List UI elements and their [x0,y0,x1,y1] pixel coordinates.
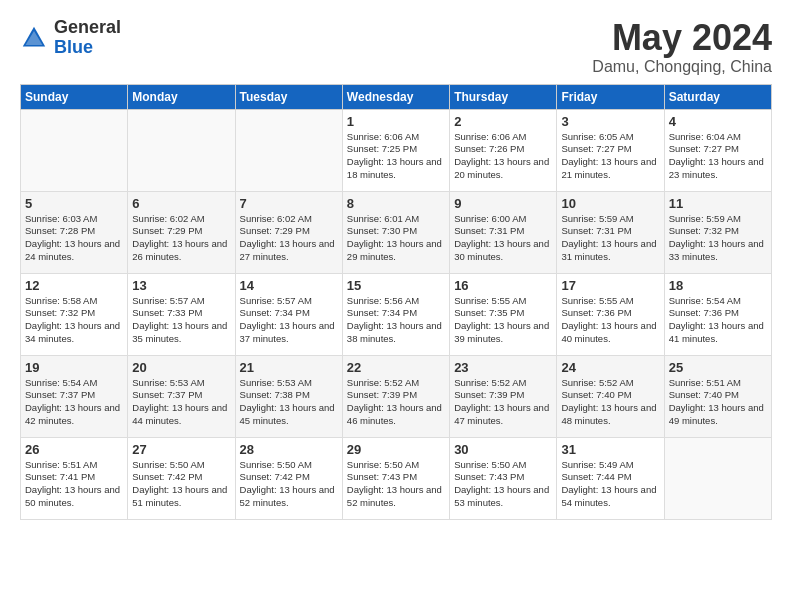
calendar-cell: 30Sunrise: 5:50 AM Sunset: 7:43 PM Dayli… [450,437,557,519]
day-number: 25 [669,360,767,375]
col-tuesday: Tuesday [235,84,342,109]
day-number: 14 [240,278,338,293]
day-number: 13 [132,278,230,293]
col-monday: Monday [128,84,235,109]
calendar-cell: 4Sunrise: 6:04 AM Sunset: 7:27 PM Daylig… [664,109,771,191]
cell-content: Sunrise: 5:56 AM Sunset: 7:34 PM Dayligh… [347,295,445,346]
cell-content: Sunrise: 6:04 AM Sunset: 7:27 PM Dayligh… [669,131,767,182]
day-number: 29 [347,442,445,457]
calendar-cell: 8Sunrise: 6:01 AM Sunset: 7:30 PM Daylig… [342,191,449,273]
calendar-cell: 19Sunrise: 5:54 AM Sunset: 7:37 PM Dayli… [21,355,128,437]
logo-icon [20,24,48,52]
calendar-cell: 3Sunrise: 6:05 AM Sunset: 7:27 PM Daylig… [557,109,664,191]
col-thursday: Thursday [450,84,557,109]
cell-content: Sunrise: 5:50 AM Sunset: 7:43 PM Dayligh… [454,459,552,510]
calendar-week-5: 26Sunrise: 5:51 AM Sunset: 7:41 PM Dayli… [21,437,772,519]
calendar-cell: 12Sunrise: 5:58 AM Sunset: 7:32 PM Dayli… [21,273,128,355]
calendar-body: 1Sunrise: 6:06 AM Sunset: 7:25 PM Daylig… [21,109,772,519]
day-number: 30 [454,442,552,457]
calendar-cell: 11Sunrise: 5:59 AM Sunset: 7:32 PM Dayli… [664,191,771,273]
calendar-cell: 21Sunrise: 5:53 AM Sunset: 7:38 PM Dayli… [235,355,342,437]
day-number: 9 [454,196,552,211]
cell-content: Sunrise: 5:53 AM Sunset: 7:38 PM Dayligh… [240,377,338,428]
cell-content: Sunrise: 5:50 AM Sunset: 7:42 PM Dayligh… [132,459,230,510]
day-number: 15 [347,278,445,293]
calendar-cell: 5Sunrise: 6:03 AM Sunset: 7:28 PM Daylig… [21,191,128,273]
day-number: 2 [454,114,552,129]
day-number: 16 [454,278,552,293]
cell-content: Sunrise: 5:59 AM Sunset: 7:32 PM Dayligh… [669,213,767,264]
calendar-table: Sunday Monday Tuesday Wednesday Thursday… [20,84,772,520]
day-number: 12 [25,278,123,293]
cell-content: Sunrise: 5:58 AM Sunset: 7:32 PM Dayligh… [25,295,123,346]
calendar-week-2: 5Sunrise: 6:03 AM Sunset: 7:28 PM Daylig… [21,191,772,273]
cell-content: Sunrise: 5:53 AM Sunset: 7:37 PM Dayligh… [132,377,230,428]
day-number: 24 [561,360,659,375]
cell-content: Sunrise: 5:57 AM Sunset: 7:34 PM Dayligh… [240,295,338,346]
calendar-cell: 29Sunrise: 5:50 AM Sunset: 7:43 PM Dayli… [342,437,449,519]
cell-content: Sunrise: 5:50 AM Sunset: 7:42 PM Dayligh… [240,459,338,510]
cell-content: Sunrise: 6:06 AM Sunset: 7:25 PM Dayligh… [347,131,445,182]
col-wednesday: Wednesday [342,84,449,109]
calendar-cell: 14Sunrise: 5:57 AM Sunset: 7:34 PM Dayli… [235,273,342,355]
day-number: 10 [561,196,659,211]
cell-content: Sunrise: 6:06 AM Sunset: 7:26 PM Dayligh… [454,131,552,182]
cell-content: Sunrise: 5:50 AM Sunset: 7:43 PM Dayligh… [347,459,445,510]
calendar-cell: 20Sunrise: 5:53 AM Sunset: 7:37 PM Dayli… [128,355,235,437]
day-number: 5 [25,196,123,211]
header-row: Sunday Monday Tuesday Wednesday Thursday… [21,84,772,109]
day-number: 6 [132,196,230,211]
cell-content: Sunrise: 5:59 AM Sunset: 7:31 PM Dayligh… [561,213,659,264]
cell-content: Sunrise: 5:51 AM Sunset: 7:40 PM Dayligh… [669,377,767,428]
calendar-header: Sunday Monday Tuesday Wednesday Thursday… [21,84,772,109]
cell-content: Sunrise: 5:54 AM Sunset: 7:36 PM Dayligh… [669,295,767,346]
day-number: 8 [347,196,445,211]
calendar-cell: 28Sunrise: 5:50 AM Sunset: 7:42 PM Dayli… [235,437,342,519]
title-block: May 2024 Damu, Chongqing, China [592,18,772,76]
logo-text: General Blue [54,18,121,58]
calendar-cell: 17Sunrise: 5:55 AM Sunset: 7:36 PM Dayli… [557,273,664,355]
day-number: 20 [132,360,230,375]
calendar-cell: 6Sunrise: 6:02 AM Sunset: 7:29 PM Daylig… [128,191,235,273]
calendar-cell: 16Sunrise: 5:55 AM Sunset: 7:35 PM Dayli… [450,273,557,355]
calendar-cell: 26Sunrise: 5:51 AM Sunset: 7:41 PM Dayli… [21,437,128,519]
calendar-cell: 24Sunrise: 5:52 AM Sunset: 7:40 PM Dayli… [557,355,664,437]
calendar-week-1: 1Sunrise: 6:06 AM Sunset: 7:25 PM Daylig… [21,109,772,191]
calendar-cell: 1Sunrise: 6:06 AM Sunset: 7:25 PM Daylig… [342,109,449,191]
header: General Blue May 2024 Damu, Chongqing, C… [20,18,772,76]
calendar-cell: 13Sunrise: 5:57 AM Sunset: 7:33 PM Dayli… [128,273,235,355]
cell-content: Sunrise: 5:57 AM Sunset: 7:33 PM Dayligh… [132,295,230,346]
calendar-week-3: 12Sunrise: 5:58 AM Sunset: 7:32 PM Dayli… [21,273,772,355]
calendar-cell: 31Sunrise: 5:49 AM Sunset: 7:44 PM Dayli… [557,437,664,519]
day-number: 31 [561,442,659,457]
day-number: 4 [669,114,767,129]
calendar-cell: 15Sunrise: 5:56 AM Sunset: 7:34 PM Dayli… [342,273,449,355]
month-title: May 2024 [592,18,772,58]
cell-content: Sunrise: 6:03 AM Sunset: 7:28 PM Dayligh… [25,213,123,264]
calendar-cell [235,109,342,191]
day-number: 28 [240,442,338,457]
day-number: 26 [25,442,123,457]
cell-content: Sunrise: 6:02 AM Sunset: 7:29 PM Dayligh… [240,213,338,264]
logo: General Blue [20,18,121,58]
cell-content: Sunrise: 6:01 AM Sunset: 7:30 PM Dayligh… [347,213,445,264]
calendar-cell: 23Sunrise: 5:52 AM Sunset: 7:39 PM Dayli… [450,355,557,437]
calendar-cell [128,109,235,191]
cell-content: Sunrise: 6:02 AM Sunset: 7:29 PM Dayligh… [132,213,230,264]
day-number: 23 [454,360,552,375]
cell-content: Sunrise: 5:52 AM Sunset: 7:39 PM Dayligh… [454,377,552,428]
cell-content: Sunrise: 5:55 AM Sunset: 7:35 PM Dayligh… [454,295,552,346]
logo-general: General [54,18,121,38]
cell-content: Sunrise: 5:52 AM Sunset: 7:39 PM Dayligh… [347,377,445,428]
col-friday: Friday [557,84,664,109]
cell-content: Sunrise: 5:52 AM Sunset: 7:40 PM Dayligh… [561,377,659,428]
calendar-cell: 2Sunrise: 6:06 AM Sunset: 7:26 PM Daylig… [450,109,557,191]
calendar-cell [664,437,771,519]
day-number: 7 [240,196,338,211]
calendar-cell: 22Sunrise: 5:52 AM Sunset: 7:39 PM Dayli… [342,355,449,437]
page: General Blue May 2024 Damu, Chongqing, C… [0,0,792,612]
cell-content: Sunrise: 5:54 AM Sunset: 7:37 PM Dayligh… [25,377,123,428]
day-number: 19 [25,360,123,375]
day-number: 11 [669,196,767,211]
calendar-cell: 7Sunrise: 6:02 AM Sunset: 7:29 PM Daylig… [235,191,342,273]
